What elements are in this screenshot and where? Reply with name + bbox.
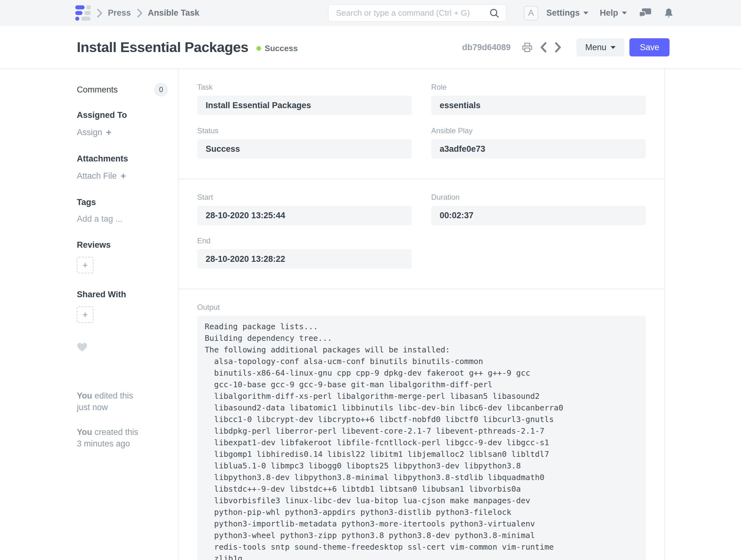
status-indicator-label: Success (265, 44, 298, 53)
output-label: Output (197, 303, 646, 312)
activity-edited: You edited this just now (77, 390, 168, 413)
plus-icon: + (121, 171, 126, 181)
like-row (77, 343, 168, 353)
user-avatar[interactable]: A (524, 6, 538, 20)
comments-count-badge: 0 (154, 83, 168, 97)
tags-heading: Tags (77, 197, 168, 207)
add-review-button[interactable]: + (77, 257, 93, 273)
global-search[interactable] (328, 4, 506, 22)
field-label: Start (197, 193, 412, 202)
duration-input[interactable]: 00:02:37 (431, 206, 646, 225)
settings-menu[interactable]: Settings (546, 8, 589, 18)
form-section-details: Task Install Essential Packages Role ess… (178, 69, 665, 179)
activity-action: created this (92, 427, 138, 437)
navbar: Press Ansible Task A Settings Help (0, 0, 741, 26)
notifications-bell-icon[interactable] (664, 8, 674, 18)
sidebar-section-attachments: Attachments Attach File + (77, 154, 168, 181)
sidebar-section-reviews: Reviews + (77, 240, 168, 273)
sidebar-item-comments[interactable]: Comments 0 (77, 83, 168, 97)
menu-button-label: Menu (585, 43, 607, 52)
status-indicator: Success (256, 44, 298, 53)
search-input[interactable] (336, 8, 489, 18)
assign-label: Assign (77, 128, 102, 137)
chat-icon[interactable] (639, 8, 651, 18)
chevron-down-icon (622, 12, 627, 14)
logo-shape (86, 5, 90, 9)
menu-button[interactable]: Menu (577, 38, 625, 56)
breadcrumb-press[interactable]: Press (108, 8, 131, 18)
assign-button[interactable]: Assign + (77, 127, 112, 138)
activity-who: You (77, 391, 92, 400)
add-tag-input[interactable]: Add a tag ... (77, 214, 123, 224)
sidebar-section-tags: Tags Add a tag ... (77, 197, 168, 224)
comments-label: Comments (77, 85, 118, 95)
field-label: Ansible Play (431, 126, 646, 135)
attach-file-label: Attach File (77, 171, 117, 181)
plus-icon: + (82, 309, 88, 320)
navbar-left: Press Ansible Task (75, 5, 328, 21)
end-input[interactable]: 28-10-2020 13:28:22 (197, 249, 412, 269)
role-input[interactable]: essentials (431, 96, 646, 115)
form-section-timing: Start 28-10-2020 13:25:44 Duration 00:02… (178, 179, 665, 289)
page-head: Install Essential Packages Success db79d… (0, 26, 741, 69)
start-input[interactable]: 28-10-2020 13:25:44 (197, 206, 412, 225)
field-start: Start 28-10-2020 13:25:44 (197, 193, 412, 225)
field-status: Status Success (197, 126, 412, 159)
logo-shape (75, 11, 82, 15)
assigned-to-heading: Assigned To (77, 110, 168, 120)
help-label: Help (600, 8, 618, 18)
logo-shape (75, 17, 79, 21)
field-task: Task Install Essential Packages (197, 83, 412, 115)
save-button[interactable]: Save (629, 38, 670, 56)
navbar-right: A Settings Help (524, 6, 674, 20)
breadcrumb-ansible-task[interactable]: Ansible Task (148, 8, 200, 18)
heart-icon[interactable] (77, 343, 87, 352)
reviews-heading: Reviews (77, 240, 168, 250)
activity-action: edited this (92, 391, 133, 400)
page-title: Install Essential Packages (77, 39, 248, 56)
field-label: Role (431, 83, 646, 91)
ansible-play-input[interactable]: a3adfe0e73 (431, 139, 646, 159)
plus-icon: + (106, 127, 112, 138)
form-layout: Task Install Essential Packages Role ess… (178, 69, 665, 560)
activity-who: You (77, 427, 92, 437)
task-input[interactable]: Install Essential Packages (197, 96, 412, 115)
field-label: End (197, 236, 412, 245)
activity-created: You created this 3 minutes ago (77, 426, 168, 450)
chevron-down-icon (583, 12, 588, 14)
document-id: db79d64089 (462, 43, 511, 52)
field-end: End 28-10-2020 13:28:22 (197, 236, 412, 269)
print-icon[interactable] (522, 42, 533, 53)
breadcrumb-chevron-icon (96, 8, 103, 18)
chevron-down-icon (611, 46, 616, 49)
help-menu[interactable]: Help (600, 8, 627, 18)
previous-document-icon[interactable] (539, 42, 547, 53)
logo-shape (75, 5, 85, 9)
sidebar-section-shared-with: Shared With + (77, 290, 168, 323)
share-button[interactable]: + (77, 306, 93, 323)
shared-with-heading: Shared With (77, 290, 168, 300)
logo-shape (81, 17, 90, 21)
page-actions: db79d64089 Menu Save (462, 38, 670, 56)
form-sidebar: Comments 0 Assigned To Assign + Attachme… (0, 69, 178, 560)
breadcrumb-chevron-icon (136, 8, 143, 18)
attachments-heading: Attachments (77, 154, 168, 164)
activity-when: 3 minutes ago (77, 439, 130, 448)
field-label: Task (197, 83, 412, 91)
search-icon[interactable] (489, 8, 500, 18)
status-input[interactable]: Success (197, 139, 412, 159)
app-logo[interactable] (75, 5, 91, 21)
field-label: Duration (431, 193, 646, 202)
form-section-output: Output Reading package lists... Building… (178, 289, 665, 560)
plus-icon: + (82, 260, 88, 270)
page-body: Comments 0 Assigned To Assign + Attachme… (0, 69, 741, 560)
field-label: Status (197, 126, 412, 135)
settings-label: Settings (546, 8, 580, 18)
attach-file-button[interactable]: Attach File + (77, 171, 126, 181)
activity-when: just now (77, 402, 108, 412)
output-code-block[interactable]: Reading package lists... Building depend… (197, 316, 646, 560)
logo-shape (84, 11, 91, 15)
next-document-icon[interactable] (554, 42, 562, 53)
field-role: Role essentials (431, 83, 646, 115)
field-duration: Duration 00:02:37 (431, 193, 646, 225)
